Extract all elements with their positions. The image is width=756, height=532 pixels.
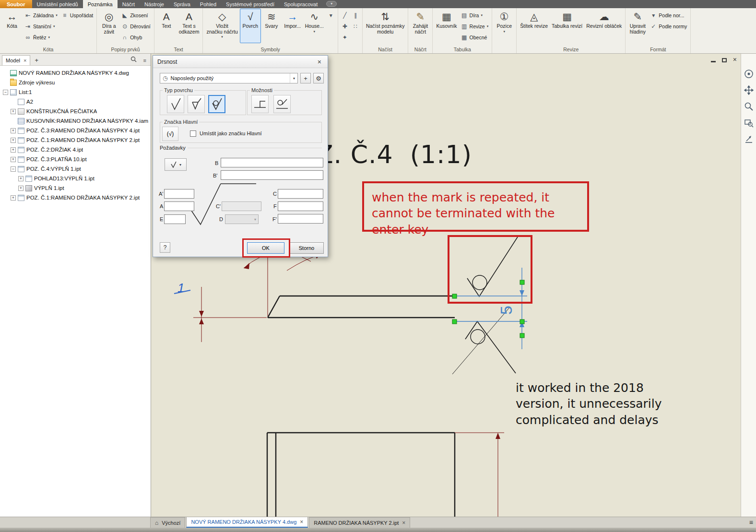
kusovnik-button[interactable]: ▦Kusovník (434, 9, 459, 43)
document-tab-rameno-drziaka-nasypky-2-ipt[interactable]: RAMENO DRŽIAKA NÁSYPKY 2.ipt× (309, 517, 410, 528)
main-mark-symbol-button[interactable]: (√) (162, 127, 178, 141)
look-at-icon[interactable] (744, 134, 754, 144)
surface-machined-button[interactable] (188, 95, 205, 113)
ribbon-display-options[interactable]: ▾ (326, 1, 337, 7)
field-b-input[interactable] (221, 158, 323, 167)
house-button[interactable]: ∿House...▾ (303, 9, 326, 43)
cancel-button[interactable]: Storno (289, 242, 324, 254)
surface-prohibited-button[interactable] (208, 95, 225, 113)
podle-nor-button[interactable]: ▾Podle nor... (648, 11, 689, 20)
tree-item[interactable]: +POHLAD13:VÝPLŇ 1.ipt (0, 174, 151, 183)
zoom-window-icon[interactable] (744, 118, 754, 128)
expand-icon[interactable]: + (18, 186, 24, 191)
ribbon-tab-poznamka[interactable]: Poznámka (83, 0, 118, 8)
field-b2-input[interactable] (221, 170, 323, 180)
stitek-revize-button[interactable]: ◬Štítek revize (518, 9, 550, 43)
tree-item[interactable]: Zdroje výkresu (0, 78, 151, 87)
help-button[interactable]: ? (160, 242, 170, 253)
more-symbols-button[interactable]: ▾ (326, 11, 336, 20)
text-s-odkazem-button[interactable]: AText s odkazem (177, 9, 201, 43)
ribbon-tab-pohled[interactable]: Pohled (195, 0, 221, 8)
tree-item[interactable]: KUSOVNÍK:RAMENO DRŽIAKA NÁSYPKY 4.iam (0, 116, 151, 126)
tree-item[interactable]: −POZ. Č.4:VÝPLŇ 1.ipt (0, 164, 151, 174)
expand-icon[interactable]: + (11, 195, 16, 201)
dialog-close-icon[interactable]: × (316, 58, 323, 66)
close-tab-icon[interactable]: × (402, 520, 405, 526)
ohyb-button[interactable]: ∩Ohyb (119, 33, 153, 42)
close-icon[interactable]: × (733, 56, 737, 63)
usporadat-button[interactable]: ≡Uspořádat (59, 11, 95, 20)
dimension-value[interactable]: 5 (497, 306, 515, 315)
style-settings-gear-icon[interactable]: ⚙ (313, 73, 324, 83)
sketch-parallel-button[interactable]: ∥ (350, 11, 361, 20)
expand-icon[interactable]: + (18, 176, 24, 181)
option-all-around-button[interactable] (273, 95, 291, 113)
tree-item[interactable]: +POZ. Č.3:PLATŇA 10.ipt (0, 154, 151, 164)
zakladna-button[interactable]: ⇤Základna▾ (23, 11, 59, 20)
retez-button[interactable]: ∞Řetěz▾ (23, 33, 59, 42)
zoom-icon[interactable] (744, 102, 754, 111)
field-f2-input[interactable] (278, 214, 323, 224)
sketch-line-button[interactable]: ╱ (340, 11, 350, 20)
revize-button[interactable]: ▥Revize▾ (459, 22, 491, 31)
ok-button[interactable]: OK (247, 242, 284, 254)
tree-item[interactable]: +VÝPLŇ 1.ipt (0, 183, 151, 193)
expand-icon[interactable]: + (11, 157, 16, 162)
tree-item[interactable]: +KONŠTRUKČNÁ PEČIATKA (0, 106, 151, 116)
browser-add-tab-button[interactable]: + (32, 57, 41, 65)
browser-search-icon[interactable] (128, 56, 139, 65)
dialog-titlebar[interactable]: Drsnost × (153, 56, 328, 68)
browser-menu-icon[interactable]: ≡ (141, 58, 149, 65)
pan-icon[interactable] (744, 85, 754, 95)
option-tail-button[interactable] (251, 95, 269, 113)
expand-icon[interactable]: + (11, 138, 16, 143)
format-painter-button[interactable]: ✦ (340, 33, 350, 42)
zkoseni-button[interactable]: ◣Zkosení (119, 11, 153, 20)
collapse-icon[interactable]: − (11, 166, 16, 172)
tree-item[interactable]: A2 (0, 97, 151, 106)
field-e-input[interactable] (164, 214, 186, 224)
navigation-wheel-icon[interactable] (744, 69, 754, 79)
field-c-input[interactable] (278, 189, 323, 199)
kota-button[interactable]: ↔Kóta (1, 9, 23, 43)
sketch-point-button[interactable]: ✚ (340, 22, 350, 31)
zahajit-nacrt-button[interactable]: ✎Zahájit náčrt (410, 9, 431, 43)
tree-item[interactable]: +POZ. Č.1:RAMENO DRŽIAKA NÁSYPKY 2.ipt (0, 193, 151, 202)
field-a2-input[interactable] (164, 189, 194, 199)
upravit-hladiny-button[interactable]: ✎Upravit hladiny (627, 9, 648, 43)
povrch-button[interactable]: √Povrch (240, 9, 261, 43)
ribbon-tab-systemove-prostredi[interactable]: Systémové prostředí (221, 0, 279, 8)
obecne-button[interactable]: ▦Obecné (459, 33, 491, 42)
main-mark-checkbox[interactable] (190, 130, 196, 137)
new-style-button[interactable]: + (300, 73, 311, 83)
browser-tab-model[interactable]: Model × (2, 55, 30, 65)
sketch-points-button[interactable]: ∷ (350, 22, 361, 31)
tree-item[interactable]: +POZ. Č.3:RAMENO DRŽIAKA NÁSYPKY 4.ipt (0, 126, 151, 135)
ribbon-tab-soubor[interactable]: Soubor (0, 0, 32, 8)
derovani-button[interactable]: ⊙Děrování (119, 22, 153, 31)
dira-button[interactable]: ▤Díra▾ (459, 11, 491, 20)
surface-basic-button[interactable] (167, 95, 184, 113)
nacist-poznamky-modelu-button[interactable]: ⇅Načíst poznámky modelu (364, 9, 407, 43)
document-tab-vychozi[interactable]: ⌂Výchozí (150, 517, 185, 528)
tab-list-menu-icon[interactable]: ≡ (749, 519, 753, 528)
symbol-type-dropdown[interactable]: ▾ (165, 158, 187, 171)
field-a-input[interactable] (164, 201, 194, 211)
field-f-input[interactable] (278, 201, 323, 211)
ribbon-tab-spolupracovat[interactable]: Spolupracovat (279, 0, 322, 8)
close-tab-icon[interactable]: × (300, 519, 303, 525)
browser-tab-close-icon[interactable]: × (24, 58, 26, 63)
tabulka-revizi-button[interactable]: ▦Tabulka revizí (550, 9, 584, 43)
tree-item[interactable]: NOVÝ RAMENO DRŽIAKA NÁSYPKY 4.dwg (0, 68, 151, 78)
tree-item[interactable]: −List:1 (0, 87, 151, 97)
dira-a-zavit-button[interactable]: ◎Díra a závit (98, 9, 119, 43)
style-combo[interactable]: ◷ Naposledy použitý ▾ (160, 73, 298, 83)
pozice-button[interactable]: ①Pozice▾ (494, 9, 515, 43)
expand-icon[interactable]: + (11, 147, 16, 153)
ribbon-tab-sprava[interactable]: Správa (169, 0, 195, 8)
document-tab-novy-rameno-drziaka-nasypky-4-dwg[interactable]: NOVÝ RAMENO DRŽIAKA NÁSYPKY 4.dwg× (186, 517, 308, 528)
stanicni-button[interactable]: ⇥Staniční▾ (23, 22, 59, 31)
expand-icon[interactable]: + (11, 109, 16, 114)
revizni-oblacek-button[interactable]: ☁Revizní obláček (584, 9, 624, 43)
combo-arrow-icon[interactable]: ▾ (290, 73, 295, 83)
